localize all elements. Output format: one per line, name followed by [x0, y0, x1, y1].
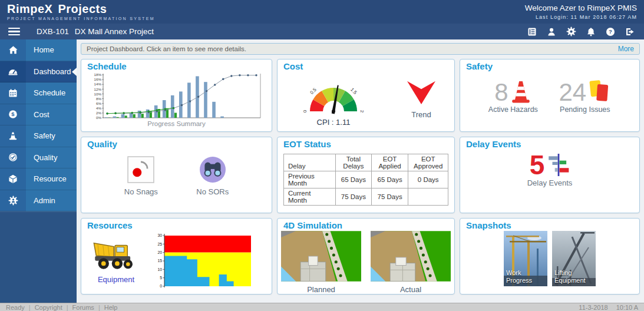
sidebar-item-quality[interactable]: Quality: [0, 147, 77, 169]
sidebar-item-label: Cost: [26, 104, 77, 126]
eot-cell: Previous Month: [284, 171, 336, 188]
snapshot-work-progress[interactable]: Work Progress: [504, 231, 547, 286]
svg-text:0.5: 0.5: [309, 87, 318, 95]
status-link-forums[interactable]: Forums: [72, 304, 94, 311]
resources-card[interactable]: Resources Equipment 051015202530: [81, 218, 272, 295]
snapshot-lifting-equipment[interactable]: Lifting Equipment: [552, 231, 596, 286]
sidebar-item-admin[interactable]: Admin: [0, 190, 77, 212]
sidebar-item-cost[interactable]: $ Cost: [0, 104, 77, 126]
svg-text:20: 20: [157, 250, 162, 254]
eot-header: Delay: [284, 154, 336, 171]
sidebar-item-home[interactable]: Home: [0, 39, 77, 61]
eot-status-card[interactable]: EOT Status Delay Total Delays EOT Applie…: [277, 137, 455, 213]
chart-caption: Progress Summary: [147, 120, 205, 127]
logout-icon[interactable]: [625, 27, 635, 37]
sidebar-item-label: Schedule: [26, 82, 77, 104]
sidebar-item-safety[interactable]: Safety: [0, 125, 77, 147]
svg-text:16%: 16%: [94, 77, 101, 81]
active-item-arrow: [72, 68, 77, 76]
cost-card[interactable]: Cost 00.51.52 CPI : 1.11 Trend: [277, 59, 455, 132]
sidebar-item-schedule[interactable]: Schedule: [0, 82, 77, 104]
eot-table: Delay Total Delays EOT Applied EOT Appro…: [283, 154, 448, 206]
calendar-icon: [0, 82, 26, 104]
no-snags-label: No Snags: [124, 187, 158, 196]
pending-issues-label: Pending Issues: [559, 105, 611, 114]
status-link-help[interactable]: Help: [104, 304, 118, 311]
schedule-card[interactable]: Schedule 0%2%4%6%8%10%12%14%16%18% Progr…: [81, 59, 272, 132]
svg-text:$: $: [11, 111, 15, 118]
delay-events-card[interactable]: Delay Events 5 Delay Events: [460, 137, 640, 213]
sidebar-item-dashboard[interactable]: Dashboard: [0, 61, 77, 83]
svg-text:4%: 4%: [96, 106, 101, 110]
welcome-block: Welcome Azer to RimpeX PMIS Last Login: …: [525, 2, 637, 24]
eot-header: EOT Applied: [371, 154, 408, 171]
cpi-gauge: 00.51.52: [295, 74, 372, 115]
info-bar: Project Dashboard. Click an item to see …: [81, 43, 640, 55]
status-bar: Ready| Copyright| Forums| Help 11-3-2018…: [0, 303, 644, 311]
simulation-card[interactable]: 4D Simulation Planned Actual: [277, 218, 455, 295]
pending-issues-value: 24: [559, 81, 586, 104]
svg-text:5: 5: [160, 276, 162, 280]
brand-secondary: Projects: [58, 2, 107, 15]
snapshot-label: Lifting Equipment: [554, 269, 591, 284]
card-title: Snapshots: [466, 220, 633, 230]
cpi-value-label: CPI : 1.11: [295, 118, 372, 127]
actual-simulation[interactable]: Actual: [371, 231, 451, 294]
planned-site-image: [281, 231, 361, 282]
binoculars-icon: [199, 156, 226, 183]
pmis-application: RimpeXProjects PROJECT MANAGEMENT INFORM…: [0, 0, 644, 311]
svg-text:0: 0: [302, 110, 308, 113]
sidebar-item-resource[interactable]: Resource: [0, 168, 77, 190]
svg-text:18%: 18%: [94, 72, 101, 77]
planned-label: Planned: [281, 285, 361, 294]
card-title: Schedule: [87, 61, 266, 71]
actual-label: Actual: [371, 285, 451, 294]
svg-text:1.5: 1.5: [349, 87, 358, 96]
active-hazards-stat: 8 Active Hazards: [488, 78, 538, 114]
app-header: RimpeXProjects PROJECT MANAGEMENT INFORM…: [0, 0, 644, 24]
svg-text:?: ?: [609, 28, 612, 35]
dump-truck-icon: [92, 239, 140, 272]
card-title: Safety: [466, 61, 633, 71]
eot-header: Total Delays: [336, 154, 372, 171]
status-date: 11-3-2018: [579, 304, 607, 311]
menu-hamburger-icon[interactable]: [8, 26, 20, 38]
quality-card[interactable]: Quality No Snags No SORs: [81, 137, 272, 213]
snapshots-card[interactable]: Snapshots Work Progress Lifting Equipmen…: [460, 218, 640, 295]
sidebar-filler: [0, 211, 77, 303]
brand-block: RimpeXProjects PROJECT MANAGEMENT INFORM…: [7, 2, 155, 24]
issue-cards-icon: [587, 78, 611, 104]
active-hazards-value: 8: [494, 81, 508, 104]
sidebar-item-label: Dashboard: [26, 61, 77, 83]
welcome-message: Welcome Azer to RimpeX PMIS: [525, 4, 637, 12]
card-title: 4D Simulation: [283, 220, 448, 230]
delay-events-value: 5: [530, 151, 545, 178]
equipment-item: Equipment: [92, 239, 140, 284]
status-link-copyright[interactable]: Copyright: [35, 304, 62, 311]
notifications-icon[interactable]: [586, 27, 596, 37]
home-icon: [0, 39, 26, 61]
eot-header: EOT Approved: [408, 154, 448, 171]
help-icon[interactable]: ?: [606, 27, 615, 37]
safety-card[interactable]: Safety 8 Active Hazards 24: [460, 59, 640, 132]
status-ready: Ready: [6, 304, 25, 311]
user-icon[interactable]: [547, 27, 556, 37]
eot-cell: 65 Days: [336, 171, 372, 188]
eot-cell: Current Month: [284, 188, 336, 206]
sidebar-nav: Home Dashboard Schedule $ Cost Safety: [0, 39, 77, 303]
admin-gear-icon: [0, 190, 26, 212]
info-message: Project Dashboard. Click an item to see …: [87, 45, 246, 52]
planned-simulation[interactable]: Planned: [281, 231, 361, 294]
sidebar-item-label: Home: [26, 39, 77, 61]
card-title: Resources: [87, 220, 266, 230]
brand-primary: RimpeX: [7, 2, 52, 15]
svg-text:0: 0: [160, 284, 162, 288]
sidebar-item-label: Admin: [26, 190, 77, 212]
trend-label: Trend: [406, 110, 437, 119]
report-icon[interactable]: [527, 27, 537, 37]
svg-text:10: 10: [157, 267, 162, 272]
table-row: Current Month 75 Days 75 Days: [284, 188, 448, 206]
settings-icon[interactable]: [566, 27, 576, 37]
svg-text:30: 30: [157, 233, 162, 237]
more-link[interactable]: More: [618, 45, 634, 53]
